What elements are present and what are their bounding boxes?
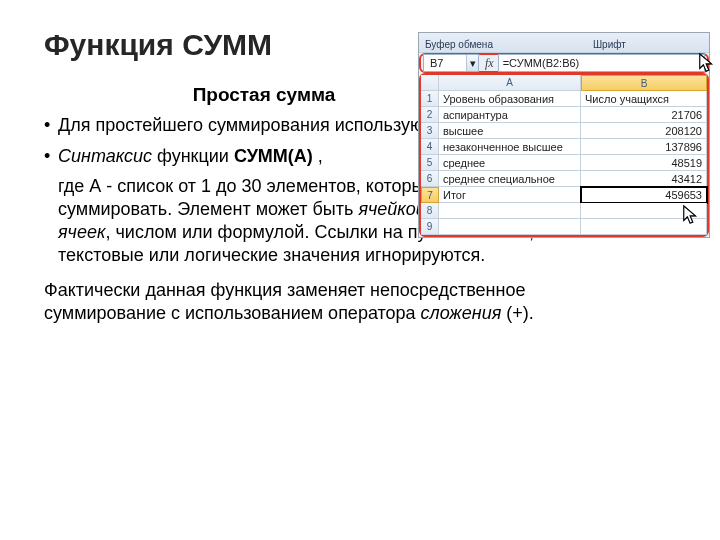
table-row: 6 среднее специальное 43412 xyxy=(421,171,707,187)
formula-bar[interactable]: =СУММ(B2:B6) xyxy=(498,54,705,72)
name-box[interactable]: B7 ▾ xyxy=(423,54,479,72)
table-row: 1 Уровень образования Число учащихся xyxy=(421,91,707,107)
chevron-down-icon[interactable]: ▾ xyxy=(466,55,478,71)
table-row: 9 xyxy=(421,219,707,235)
table-row: 5 среднее 48519 xyxy=(421,155,707,171)
col-header-a[interactable]: A xyxy=(439,75,581,91)
table-row: 7 Итог 459653 xyxy=(421,187,707,203)
cursor-icon xyxy=(698,52,716,74)
cursor-icon xyxy=(682,204,700,226)
tail-text: Фактически данная функция заменяет непос… xyxy=(44,279,544,325)
grid: A B 1 Уровень образования Число учащихся… xyxy=(419,73,709,237)
ribbon: Буфер обмена Шрифт xyxy=(419,33,709,53)
select-all-corner[interactable] xyxy=(421,75,439,91)
column-headers: A B xyxy=(421,75,707,91)
formula-bar-row: B7 ▾ fx =СУММ(B2:B6) xyxy=(419,53,709,73)
table-row: 8 xyxy=(421,203,707,219)
col-header-b[interactable]: B xyxy=(581,75,707,91)
table-row: 3 высшее 208120 xyxy=(421,123,707,139)
ribbon-group-clipboard: Буфер обмена xyxy=(425,39,493,50)
table-row: 2 аспирантура 21706 xyxy=(421,107,707,123)
fx-icon[interactable]: fx xyxy=(485,56,494,71)
table-row: 4 незаконченное высшее 137896 xyxy=(421,139,707,155)
excel-screenshot: Буфер обмена Шрифт B7 ▾ fx =СУММ(B2:B6) … xyxy=(418,32,710,238)
subtitle: Простая сумма xyxy=(104,84,424,106)
active-cell[interactable]: 459653 xyxy=(581,187,707,203)
ribbon-group-font: Шрифт xyxy=(593,39,626,50)
